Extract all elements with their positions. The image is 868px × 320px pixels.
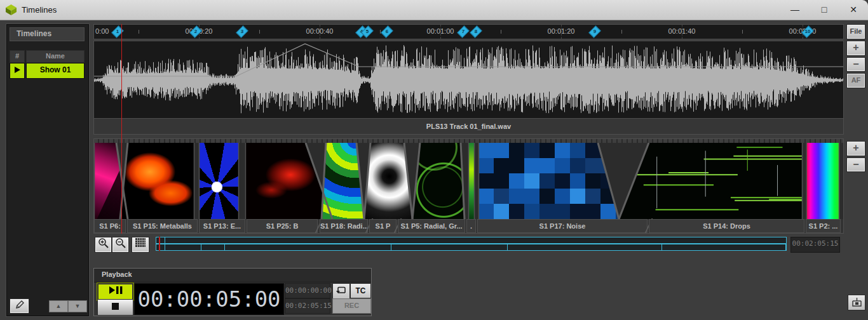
timelines-sidebar: Timelines # Name Show 01 ▲ ▼	[6, 24, 89, 316]
clip-5[interactable]	[322, 143, 364, 219]
clip-3[interactable]	[199, 143, 239, 219]
loop-button[interactable]	[332, 283, 350, 300]
playback-header: Playback	[94, 269, 371, 283]
ruler-start-label: 0:00	[95, 27, 109, 35]
ruler-minor-tick	[139, 30, 139, 34]
clip-11[interactable]	[806, 143, 839, 219]
record-button[interactable]: REC	[332, 298, 371, 314]
maximize-button[interactable]: □	[810, 0, 839, 19]
ruler-minor-tick	[742, 30, 743, 34]
timeline-row-show01[interactable]: Show 01	[26, 63, 85, 79]
clip-10[interactable]	[619, 143, 803, 219]
audio-follow-button[interactable]: AF	[846, 73, 865, 88]
clip-label-10[interactable]: S1 P14: Drops	[649, 219, 804, 233]
clip-8[interactable]	[468, 143, 475, 219]
clip-label-strip: S1 P6:S1 P15: MetaballsS1 P13: E...S1 P2…	[94, 219, 843, 233]
clip-zoom-in-button[interactable]: +	[846, 141, 865, 156]
clip-label-9[interactable]: S1 P17: Noise	[477, 219, 648, 233]
window-title: Timelines	[22, 5, 57, 15]
timeline-area: 0:00 00:00:2000:00:4000:01:0000:01:2000:…	[93, 20, 844, 320]
minimize-button[interactable]: —	[780, 0, 810, 19]
file-button[interactable]: File	[846, 24, 865, 39]
clip-9[interactable]	[478, 143, 619, 219]
sidebar-header: Timelines	[10, 27, 85, 41]
cue-marker-8[interactable]: 8	[472, 26, 480, 37]
cue-marker-5[interactable]: 5	[363, 26, 371, 37]
title-bar[interactable]: Timelines — □ ✕	[0, 0, 868, 20]
start-time-field[interactable]: 00:00:00:00	[285, 283, 330, 298]
cue-marker-6[interactable]: 6	[383, 26, 391, 37]
ruler-minor-tick	[621, 30, 622, 34]
ruler-minor-tick	[259, 30, 260, 34]
time-ruler[interactable]: 0:00 00:00:2000:00:4000:01:0000:01:2000:…	[93, 24, 844, 39]
playhead[interactable]	[121, 24, 122, 234]
clip-4[interactable]	[245, 143, 332, 219]
audio-file-bar[interactable]: PLS13 Track 01_final.wav	[93, 118, 844, 135]
clip-label-2[interactable]: S1 P15: Metaballs	[127, 219, 198, 233]
scrollbar-track-bottom[interactable]	[156, 244, 787, 251]
clip-7[interactable]	[412, 143, 465, 219]
clip-label-11[interactable]: S1 P2: ...	[806, 219, 841, 233]
timelines-window: Timelines — □ ✕ Timelines # Name Show 01…	[0, 0, 868, 320]
ruler-minor-tick	[501, 30, 501, 34]
ruler-time-label: 00:00:40	[306, 27, 334, 35]
cue-marker-3[interactable]: 3	[238, 26, 246, 37]
scrollbar-tick	[391, 244, 391, 250]
zoom-out-button[interactable]	[112, 237, 129, 253]
scrollbar-playhead-mark	[159, 237, 160, 251]
edit-name-button[interactable]	[10, 298, 29, 314]
cue-marker-2[interactable]: 2	[192, 26, 200, 37]
clip-label-7[interactable]: S1 P5: Radial, Gr...	[398, 219, 465, 233]
clip-label-4[interactable]: S1 P25: B	[247, 219, 318, 233]
playback-panel: Playback 00:00:05:00 00:00:00:00 00:02:0…	[93, 268, 372, 316]
timeline-end-time: 00:02:05:15	[790, 237, 840, 253]
scrollbar-tick	[224, 244, 225, 250]
play-pause-button[interactable]	[97, 283, 133, 300]
clip-label-3[interactable]: S1 P13: E...	[199, 219, 245, 233]
cue-marker-10[interactable]: 10	[804, 26, 811, 37]
clip-track: S1 P6:S1 P15: MetaballsS1 P13: E...S1 P2…	[93, 138, 844, 234]
column-header-name: Name	[26, 50, 85, 63]
ruler-time-label: 00:01:40	[668, 27, 696, 35]
stop-button[interactable]	[97, 299, 133, 316]
close-button[interactable]: ✕	[839, 0, 868, 19]
main-time-display: 00:00:05:00	[134, 283, 284, 315]
clip-label-5[interactable]: S1 P18: Radi...	[320, 219, 368, 233]
cue-marker-1[interactable]: 1	[114, 26, 121, 37]
timeline-row-play-icon[interactable]	[10, 63, 25, 79]
timeline-scrollbar[interactable]	[156, 237, 787, 252]
ruler-minor-tick	[380, 30, 381, 34]
waveform-zoom-out-button[interactable]: −	[846, 57, 865, 72]
grid-snap-button[interactable]	[132, 237, 149, 253]
clip-label-6[interactable]: S1 P	[369, 219, 397, 233]
timeline-scroll-row: 00:02:05:15	[93, 236, 844, 253]
scrollbar-tick	[165, 244, 165, 250]
end-time-field[interactable]: 00:02:05:15	[285, 298, 330, 314]
column-header-number: #	[10, 50, 25, 63]
window-body: Timelines # Name Show 01 ▲ ▼ 0:00 00:00:…	[0, 20, 868, 320]
app-logo-icon	[5, 4, 17, 16]
clip-label-8[interactable]: .	[466, 219, 476, 233]
scrollbar-tick	[201, 244, 201, 250]
scrollbar-tick	[661, 244, 662, 250]
move-down-button[interactable]: ▼	[68, 300, 87, 312]
scrollbar-tick	[507, 244, 508, 250]
clip-zoom-out-button[interactable]: −	[846, 157, 865, 172]
scrollbar-tick	[165, 237, 165, 243]
scrollbar-track-top[interactable]	[156, 237, 787, 244]
zoom-in-button[interactable]	[95, 237, 112, 253]
clip-thumbnails	[94, 143, 843, 219]
scrollbar-tick	[785, 244, 786, 250]
clip-6[interactable]	[364, 143, 412, 219]
cue-marker-9[interactable]: 9	[591, 26, 599, 37]
ruler-time-label: 00:01:20	[548, 27, 575, 35]
cue-marker-7[interactable]: 7	[459, 26, 467, 37]
timecode-button[interactable]: TC	[350, 283, 371, 298]
clip-2[interactable]	[120, 143, 194, 219]
ruler-time-label: 00:01:00	[427, 27, 454, 35]
audio-waveform	[94, 41, 843, 119]
waveform-zoom-in-button[interactable]: +	[846, 41, 865, 56]
dock-window-button[interactable]	[848, 295, 865, 310]
waveform-panel[interactable]	[93, 41, 844, 119]
move-up-button[interactable]: ▲	[49, 300, 68, 312]
